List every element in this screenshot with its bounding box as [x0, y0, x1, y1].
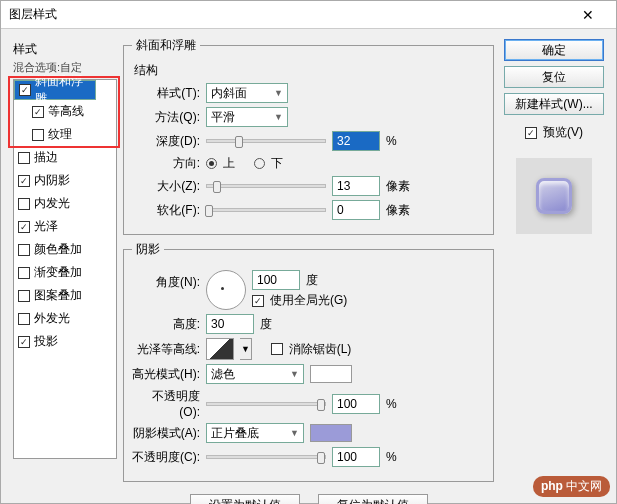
size-unit: 像素 [386, 178, 410, 195]
ok-button[interactable]: 确定 [504, 39, 604, 61]
checkbox-icon[interactable] [18, 290, 30, 302]
shadow-opacity-label: 不透明度(C): [132, 449, 200, 466]
antialias-label: 消除锯齿(L) [289, 341, 352, 358]
style-item-inner-shadow[interactable]: 内阴影 [14, 169, 116, 192]
style-item-pattern-overlay[interactable]: 图案叠加 [14, 284, 116, 307]
close-button[interactable]: ✕ [568, 1, 608, 29]
preview-swatch [516, 158, 592, 234]
checkbox-icon[interactable] [18, 175, 30, 187]
gloss-contour-picker[interactable] [206, 338, 234, 360]
checkbox-icon[interactable] [18, 267, 30, 279]
shading-title: 阴影 [132, 241, 164, 258]
style-item-stroke[interactable]: 描边 [14, 146, 116, 169]
highlight-mode-label: 高光模式(H): [132, 366, 200, 383]
style-label: 样式(T): [132, 85, 200, 102]
size-slider[interactable] [206, 184, 326, 188]
highlight-opacity-label: 不透明度(O): [132, 388, 200, 419]
depth-slider[interactable] [206, 139, 326, 143]
altitude-input[interactable]: 30 [206, 314, 254, 334]
checkbox-icon[interactable] [18, 313, 30, 325]
checkbox-icon[interactable] [18, 198, 30, 210]
style-item-color-overlay[interactable]: 颜色叠加 [14, 238, 116, 261]
style-item-inner-glow[interactable]: 内发光 [14, 192, 116, 215]
bevel-group: 斜面和浮雕 结构 样式(T):内斜面▼ 方法(Q):平滑▼ 深度(D):32% … [123, 37, 494, 235]
size-input[interactable]: 13 [332, 176, 380, 196]
preview-label: 预览(V) [543, 124, 583, 141]
make-default-button[interactable]: 设置为默认值 [190, 494, 300, 504]
highlight-mode-select[interactable]: 滤色▼ [206, 364, 304, 384]
preview-checkbox[interactable] [525, 127, 537, 139]
shading-group: 阴影 角度(N): 100度 使用全局光(G) 高度:30度 光泽等高线:▼ 消… [123, 241, 494, 482]
window-title: 图层样式 [9, 6, 57, 23]
direction-up-radio[interactable] [206, 158, 217, 169]
style-heading: 样式 [9, 37, 117, 60]
annotation-highlight [8, 76, 120, 148]
chevron-down-icon: ▼ [290, 369, 299, 379]
angle-unit: 度 [306, 272, 318, 289]
angle-dial[interactable] [206, 270, 246, 310]
chevron-down-icon: ▼ [274, 112, 283, 122]
chevron-down-icon: ▼ [274, 88, 283, 98]
style-list-panel: 样式 混合选项:自定 斜面和浮雕 等高线 纹理 描边 内阴影 内发光 光泽 颜色… [9, 37, 117, 459]
soften-slider[interactable] [206, 208, 326, 212]
shadow-color-swatch[interactable] [310, 424, 352, 442]
checkbox-icon[interactable] [18, 244, 30, 256]
soften-label: 软化(F): [132, 202, 200, 219]
style-item-satin[interactable]: 光泽 [14, 215, 116, 238]
checkbox-icon[interactable] [18, 221, 30, 233]
style-item-outer-glow[interactable]: 外发光 [14, 307, 116, 330]
chevron-down-icon[interactable]: ▼ [240, 338, 252, 360]
checkbox-icon[interactable] [18, 152, 30, 164]
shadow-opacity-slider[interactable] [206, 455, 326, 459]
depth-unit: % [386, 134, 397, 148]
shadow-mode-label: 阴影模式(A): [132, 425, 200, 442]
preview-thumbnail [536, 178, 572, 214]
global-light-checkbox[interactable] [252, 295, 264, 307]
angle-input[interactable]: 100 [252, 270, 300, 290]
technique-select[interactable]: 平滑▼ [206, 107, 288, 127]
highlight-opacity-input[interactable]: 100 [332, 394, 380, 414]
gloss-contour-label: 光泽等高线: [132, 341, 200, 358]
reset-default-button[interactable]: 复位为默认值 [318, 494, 428, 504]
new-style-button[interactable]: 新建样式(W)... [504, 93, 604, 115]
depth-label: 深度(D): [132, 133, 200, 150]
altitude-label: 高度: [132, 316, 200, 333]
cancel-button[interactable]: 复位 [504, 66, 604, 88]
shadow-mode-select[interactable]: 正片叠底▼ [206, 423, 304, 443]
direction-label: 方向: [132, 155, 200, 172]
direction-down-radio[interactable] [254, 158, 265, 169]
global-light-label: 使用全局光(G) [270, 292, 347, 309]
depth-input[interactable]: 32 [332, 131, 380, 151]
titlebar: 图层样式 ✕ [1, 1, 616, 29]
bevel-title: 斜面和浮雕 [132, 37, 200, 54]
style-item-gradient-overlay[interactable]: 渐变叠加 [14, 261, 116, 284]
highlight-opacity-slider[interactable] [206, 402, 326, 406]
altitude-unit: 度 [260, 316, 272, 333]
watermark: php 中文网 [533, 476, 610, 497]
antialias-checkbox[interactable] [271, 343, 283, 355]
style-list: 斜面和浮雕 等高线 纹理 描边 内阴影 内发光 光泽 颜色叠加 渐变叠加 图案叠… [13, 79, 117, 459]
size-label: 大小(Z): [132, 178, 200, 195]
checkbox-icon[interactable] [18, 336, 30, 348]
technique-label: 方法(Q): [132, 109, 200, 126]
style-select[interactable]: 内斜面▼ [206, 83, 288, 103]
soften-input[interactable]: 0 [332, 200, 380, 220]
angle-label: 角度(N): [132, 274, 200, 291]
chevron-down-icon: ▼ [290, 428, 299, 438]
structure-title: 结构 [134, 62, 485, 79]
shadow-opacity-input[interactable]: 100 [332, 447, 380, 467]
right-panel: 确定 复位 新建样式(W)... 预览(V) [500, 37, 608, 234]
style-item-drop-shadow[interactable]: 投影 [14, 330, 116, 353]
soften-unit: 像素 [386, 202, 410, 219]
highlight-color-swatch[interactable] [310, 365, 352, 383]
